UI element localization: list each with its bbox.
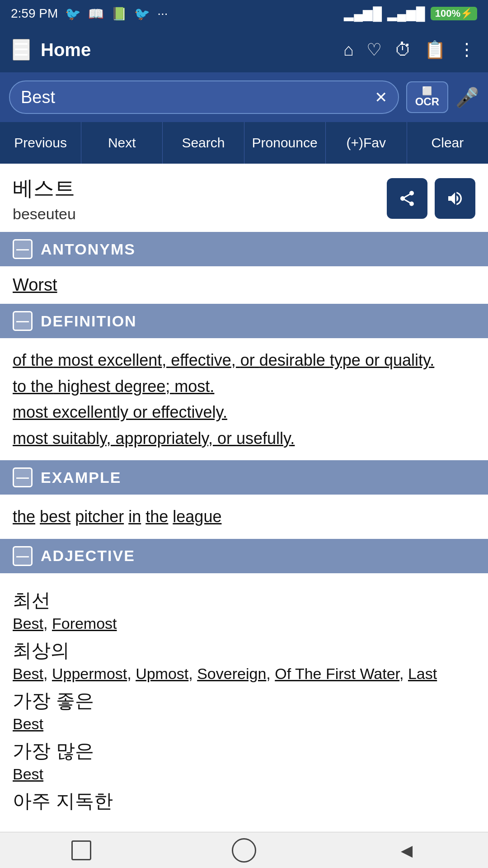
ocr-button[interactable]: ⬜ OCR	[406, 81, 448, 113]
signal-icon-1: ▂▄▆█	[344, 6, 382, 21]
page-title: Home	[41, 40, 333, 60]
clipboard-icon[interactable]: 📋	[424, 40, 446, 60]
facebook-icon-2: 🐦	[134, 6, 150, 21]
audio-icon	[446, 189, 464, 208]
antonyms-label: ANTONYMS	[41, 241, 136, 258]
microphone-button[interactable]: 🎤	[455, 86, 479, 108]
example-text: the best pitcher in the league	[13, 504, 475, 530]
antonyms-collapse-icon[interactable]: —	[13, 239, 33, 259]
previous-button[interactable]: Previous	[0, 122, 81, 164]
definition-section-header: — DEFINITION	[0, 304, 488, 338]
bottom-navigation: ◀	[0, 832, 488, 868]
example-collapse-icon[interactable]: —	[13, 467, 33, 487]
battery-indicator: 100%⚡	[431, 7, 477, 20]
home-icon[interactable]: ⌂	[343, 40, 354, 60]
adjective-section-header: — ADJECTIVE	[0, 539, 488, 573]
nav-icons-group: ⌂ ♡ ⏱ 📋 ⋮	[343, 40, 475, 60]
status-bar: 2:59 PM 🐦 📖 📗 🐦 ··· ▂▄▆█ ▂▄▆█ 100%⚡	[0, 0, 488, 27]
example-content: the best pitcher in the league	[0, 495, 488, 539]
back-triangle-icon: ◀	[401, 841, 413, 859]
adj-synonyms-4: Best	[13, 765, 475, 783]
def-line-4: most suitably, appropriately, or usefull…	[13, 429, 295, 448]
adjective-collapse-icon[interactable]: —	[13, 546, 33, 566]
pronounce-button[interactable]: Pronounce	[244, 122, 326, 164]
word-korean: 베스트	[13, 175, 76, 203]
audio-play-button[interactable]	[435, 178, 475, 219]
adj-synonyms-2: Best, Uppermost, Upmost, Sovereign, Of T…	[13, 665, 475, 683]
antonyms-section-header: — ANTONYMS	[0, 232, 488, 266]
adj-korean-5: 아주 지독한	[13, 788, 475, 814]
signal-icon-2: ▂▄▆█	[387, 6, 425, 21]
back-triangle-button[interactable]: ◀	[393, 837, 420, 864]
search-input-wrapper: ✕	[9, 80, 399, 114]
home-circle-button[interactable]	[230, 837, 258, 864]
adjective-label: ADJECTIVE	[41, 547, 135, 565]
facebook-icon-1: 🐦	[65, 6, 81, 21]
book-icon-2: 📗	[111, 6, 127, 21]
adj-korean-2: 최상의	[13, 638, 475, 663]
word-header: 베스트 beseuteu	[0, 164, 488, 232]
def-line-2: to the highest degree; most.	[13, 377, 214, 396]
def-line-3: most excellently or effectively.	[13, 403, 227, 421]
search-button[interactable]: Search	[163, 122, 244, 164]
word-info: 베스트 beseuteu	[13, 175, 76, 223]
action-bar: Previous Next Search Pronounce (+)Fav Cl…	[0, 122, 488, 164]
adjective-content: 최선 Best, Foremost 최상의 Best, Uppermost, U…	[0, 573, 488, 823]
clear-button[interactable]: Clear	[407, 122, 488, 164]
definition-content: of the most excellent, effective, or des…	[0, 338, 488, 460]
more-options-icon[interactable]: ⋮	[458, 40, 475, 60]
search-input[interactable]	[21, 88, 375, 107]
back-square-icon	[71, 840, 91, 860]
share-button[interactable]	[387, 178, 427, 219]
adj-korean-4: 가장 많은	[13, 738, 475, 764]
status-time: 2:59 PM	[11, 6, 58, 21]
adj-korean-3: 가장 좋은	[13, 688, 475, 713]
main-content: 베스트 beseuteu — ANTONYMS Worst —	[0, 164, 488, 823]
status-bar-left: 2:59 PM 🐦 📖 📗 🐦 ···	[11, 6, 168, 21]
adj-synonyms-3: Best	[13, 715, 475, 733]
definition-text: of the most excellent, effective, or des…	[13, 347, 475, 451]
example-section-header: — EXAMPLE	[0, 460, 488, 495]
word-action-buttons	[387, 178, 475, 219]
hamburger-menu-button[interactable]: ☰	[13, 39, 30, 61]
share-icon	[398, 189, 416, 208]
antonym-word[interactable]: Worst	[13, 275, 57, 294]
home-circle-icon	[232, 838, 256, 863]
top-navigation: ☰ Home ⌂ ♡ ⏱ 📋 ⋮	[0, 27, 488, 72]
definition-collapse-icon[interactable]: —	[13, 311, 33, 331]
history-icon[interactable]: ⏱	[394, 40, 412, 60]
example-label: EXAMPLE	[41, 469, 121, 486]
search-bar: ✕ ⬜ OCR 🎤	[0, 72, 488, 122]
definition-label: DEFINITION	[41, 312, 137, 330]
status-bar-right: ▂▄▆█ ▂▄▆█ 100%⚡	[344, 6, 477, 21]
favorites-add-button[interactable]: (+)Fav	[326, 122, 407, 164]
antonyms-content: Worst	[0, 266, 488, 304]
def-line-1: of the most excellent, effective, or des…	[13, 351, 434, 369]
adj-synonyms-1: Best, Foremost	[13, 615, 475, 632]
back-square-button[interactable]	[68, 837, 95, 864]
book-icon-1: 📖	[88, 6, 104, 21]
next-button[interactable]: Next	[81, 122, 163, 164]
more-dots-icon: ···	[157, 6, 168, 21]
word-romanized: beseuteu	[13, 205, 76, 223]
favorites-icon[interactable]: ♡	[366, 40, 382, 60]
search-clear-button[interactable]: ✕	[375, 88, 387, 106]
adj-korean-1: 최선	[13, 588, 475, 613]
